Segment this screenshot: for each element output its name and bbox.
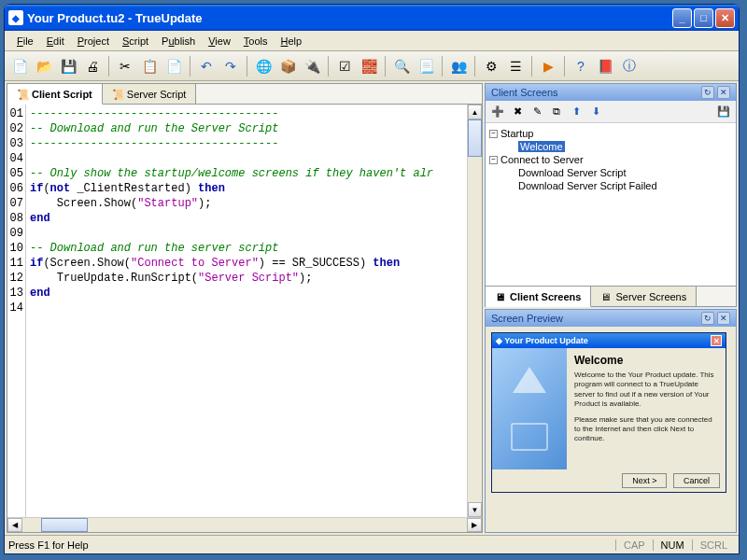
tab-label: Server Script <box>127 89 187 100</box>
scroll-thumb[interactable] <box>41 518 88 532</box>
tab-server-screens[interactable]: 🖥 Server Screens <box>591 287 697 306</box>
info-icon[interactable]: ⓘ <box>618 55 641 77</box>
scroll-thumb[interactable] <box>468 119 482 157</box>
new-icon[interactable]: 📄 <box>8 55 31 77</box>
line-gutter: 0102030405060708091011121314 <box>7 105 26 517</box>
menu-publish[interactable]: Publish <box>155 34 202 49</box>
plugin-icon[interactable]: 🔌 <box>301 55 323 77</box>
client-screens-panel: Client Screens ↻ ✕ ➕ ✖ ✎ ⧉ ⬆ ⬇ 💾 <box>485 83 737 307</box>
scroll-track[interactable] <box>22 518 467 532</box>
scroll-right-icon[interactable]: ▶ <box>467 518 482 532</box>
preview-para2: Please make sure that you are connected … <box>574 415 718 444</box>
down-icon[interactable]: ⬇ <box>587 104 604 120</box>
tree-item-connect[interactable]: − Connect to Server <box>489 153 732 166</box>
settings-icon[interactable]: ⚙ <box>480 55 502 77</box>
tree-item-download-failed[interactable]: Download Server Script Failed <box>489 179 732 192</box>
maximize-button[interactable]: □ <box>694 8 713 28</box>
vertical-scrollbar[interactable]: ▲ ▼ <box>467 105 482 517</box>
right-pane: Client Screens ↻ ✕ ➕ ✖ ✎ ⧉ ⬆ ⬇ 💾 <box>485 83 737 533</box>
script-icon: 📜 <box>17 89 28 100</box>
scroll-left-icon[interactable]: ◀ <box>7 518 22 532</box>
collapse-icon[interactable]: − <box>489 130 498 138</box>
tab-client-screens[interactable]: 🖥 Client Screens <box>486 287 591 307</box>
tree-label-selected: Welcome <box>518 141 565 152</box>
dialog-close-icon[interactable]: ✕ <box>711 335 722 346</box>
search-icon[interactable]: 🔍 <box>390 55 413 77</box>
add-icon[interactable]: ➕ <box>489 104 506 120</box>
separator <box>442 56 443 77</box>
status-num: NUM <box>653 539 692 551</box>
preview-dialog: ◆ Your Product Update ✕ Welcome Welcome … <box>491 332 726 493</box>
remove-icon[interactable]: ✖ <box>509 104 526 120</box>
editor-tabs: 📜 Client Script 📜 Server Script <box>7 84 482 105</box>
panel-header: Client Screens ↻ ✕ <box>486 84 736 101</box>
edit-icon[interactable]: ✎ <box>529 104 545 120</box>
scroll-down-icon[interactable]: ▼ <box>468 502 482 517</box>
copy-icon[interactable]: ⧉ <box>548 104 565 120</box>
globe-icon[interactable]: 🌐 <box>252 55 275 77</box>
editor-pane: 📜 Client Script 📜 Server Script 01020304… <box>7 83 483 533</box>
menu-help[interactable]: Help <box>275 34 309 49</box>
tree-item-download-script[interactable]: Download Server Script <box>489 166 732 179</box>
copy-icon[interactable]: 📋 <box>138 55 161 77</box>
refresh-icon[interactable]: ↻ <box>701 86 714 99</box>
doc-icon[interactable]: 📃 <box>415 55 437 77</box>
panel-close-icon[interactable]: ✕ <box>717 312 730 325</box>
minimize-button[interactable]: _ <box>672 8 692 28</box>
cancel-button[interactable]: Cancel <box>673 473 720 488</box>
up-icon[interactable]: ⬆ <box>568 104 585 120</box>
panel-header: Screen Preview ↻ ✕ <box>486 310 736 327</box>
screens-tree[interactable]: − Startup Welcome − Connect to Server Do… <box>486 123 736 286</box>
refresh-icon[interactable]: ↻ <box>701 312 714 325</box>
code-editor[interactable]: 0102030405060708091011121314 -----------… <box>7 105 482 517</box>
screens-tabs: 🖥 Client Screens 🖥 Server Screens <box>486 286 736 306</box>
close-button[interactable]: ✕ <box>715 8 735 28</box>
app-icon: ◆ <box>8 10 23 25</box>
check-icon[interactable]: ☑ <box>333 55 356 77</box>
menu-file[interactable]: File <box>10 34 40 49</box>
cut-icon[interactable]: ✂ <box>114 55 136 77</box>
collapse-icon[interactable]: − <box>489 156 498 164</box>
tree-item-startup[interactable]: − Startup <box>489 127 732 140</box>
save-icon[interactable]: 💾 <box>715 104 732 120</box>
firewall-icon[interactable]: 🧱 <box>358 55 380 77</box>
print-icon[interactable]: 🖨 <box>81 55 104 77</box>
users-icon[interactable]: 👥 <box>447 55 470 77</box>
redo-icon[interactable]: ↷ <box>219 55 242 77</box>
window-title: Your Product.tu2 - TrueUpdate <box>27 11 672 25</box>
titlebar[interactable]: ◆ Your Product.tu2 - TrueUpdate _ □ ✕ <box>5 5 739 31</box>
main-area: 📜 Client Script 📜 Server Script 01020304… <box>5 81 739 535</box>
tree-label: Connect to Server <box>500 154 584 165</box>
main-window: ◆ Your Product.tu2 - TrueUpdate _ □ ✕ Fi… <box>4 4 740 554</box>
scroll-up-icon[interactable]: ▲ <box>468 105 482 119</box>
package-icon[interactable]: 📦 <box>276 55 299 77</box>
dialog-title: Your Product Update <box>504 336 587 345</box>
preview-titlebar: ◆ Your Product Update ✕ <box>492 333 726 348</box>
list-icon[interactable]: ☰ <box>504 55 527 77</box>
menu-edit[interactable]: Edit <box>40 34 71 49</box>
undo-icon[interactable]: ↶ <box>195 55 218 77</box>
preview-body: ◆ Your Product Update ✕ Welcome Welcome … <box>486 327 736 532</box>
help-icon[interactable]: ? <box>570 55 592 77</box>
tree-item-welcome[interactable]: Welcome <box>489 140 732 153</box>
panel-close-icon[interactable]: ✕ <box>717 86 730 99</box>
code-content[interactable]: --------------------------------------- … <box>26 105 467 517</box>
separator <box>385 56 386 77</box>
run-icon[interactable]: ▶ <box>537 55 559 77</box>
open-icon[interactable]: 📂 <box>33 55 55 77</box>
tab-server-script[interactable]: 📜 Server Script <box>103 84 197 104</box>
menu-script[interactable]: Script <box>116 34 155 49</box>
save-icon[interactable]: 💾 <box>57 55 79 77</box>
menu-view[interactable]: View <box>202 34 237 49</box>
screen-icon: 🖥 <box>495 291 506 302</box>
horizontal-scrollbar[interactable]: ◀ ▶ <box>7 517 482 532</box>
menu-tools[interactable]: Tools <box>237 34 275 49</box>
next-button[interactable]: Next > <box>622 473 667 488</box>
separator <box>247 56 247 77</box>
menu-project[interactable]: Project <box>71 34 116 49</box>
tab-client-script[interactable]: 📜 Client Script <box>7 84 103 105</box>
status-scrl: SCRL <box>692 539 735 551</box>
paste-icon[interactable]: 📄 <box>162 55 185 77</box>
monitor-icon <box>511 423 548 451</box>
book-icon[interactable]: 📕 <box>594 55 616 77</box>
